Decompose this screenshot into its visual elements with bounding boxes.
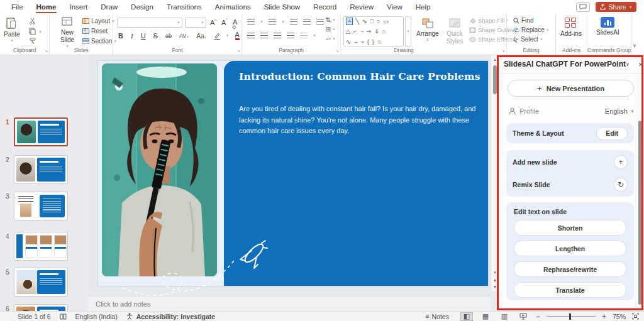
shrink-font-button[interactable]: Aˇ xyxy=(220,18,229,26)
slideshow-button[interactable] xyxy=(517,312,530,321)
zoom-out-button[interactable]: − xyxy=(536,312,540,321)
font-color-button[interactable]: A xyxy=(234,31,241,40)
reset-button[interactable]: Reset xyxy=(82,28,108,35)
menu-file[interactable]: File xyxy=(11,3,23,11)
paste-button[interactable]: Paste ∨ xyxy=(4,17,20,43)
menu-slide-show[interactable]: Slide Show xyxy=(264,3,301,11)
menu-home[interactable]: Home xyxy=(36,3,57,11)
align-right-icon[interactable] xyxy=(274,33,281,38)
menu-design[interactable]: Design xyxy=(131,3,153,11)
notes-pane[interactable]: Click to add notes xyxy=(88,296,491,311)
text-highlight-button[interactable] xyxy=(213,32,221,40)
remix-slide-button[interactable]: ↻ xyxy=(614,178,628,192)
thumbnail-slide-4[interactable] xyxy=(14,232,68,261)
textbox-shape-icon[interactable]: A xyxy=(346,18,353,25)
character-spacing-button[interactable]: AV∨ xyxy=(178,33,190,39)
drawing-launcher-icon[interactable]: ↘ xyxy=(501,48,505,53)
collapse-ribbon-icon[interactable]: ∨ xyxy=(633,43,636,48)
panel-close-icon[interactable]: × xyxy=(638,60,643,69)
slide-blue-panel[interactable]: Introduction: Common Hair Care Problems … xyxy=(224,61,488,286)
accessibility-status[interactable]: Accessibility: Investigate xyxy=(136,313,215,320)
slide-canvas[interactable]: Introduction: Common Hair Care Problems … xyxy=(98,61,488,286)
shapes-row3[interactable]: ∿ ⌢ ~ { } ☆ xyxy=(346,38,401,45)
menu-draw[interactable]: Draw xyxy=(101,3,118,11)
arrange-button[interactable]: Arrange ∨ xyxy=(416,18,439,42)
bold-button[interactable]: B xyxy=(117,32,125,40)
increase-indent-icon[interactable] xyxy=(303,19,311,24)
fit-to-window-icon[interactable] xyxy=(632,313,639,320)
thumbnail-slide-2[interactable] xyxy=(14,155,68,184)
comments-button[interactable] xyxy=(576,3,590,12)
lengthen-button[interactable]: Lengthen xyxy=(514,241,626,256)
zoom-level[interactable]: 75% xyxy=(613,313,626,320)
add-ins-button[interactable]: Add-ins xyxy=(560,18,582,37)
rephrase-button[interactable]: Rephrase/rewrite xyxy=(514,261,626,277)
share-button[interactable]: Share ∨ xyxy=(596,2,636,12)
columns-icon[interactable] xyxy=(300,33,308,38)
panel-collapse-icon[interactable]: ∨ xyxy=(626,62,630,67)
align-text-icon[interactable]: ⊞ xyxy=(326,26,331,33)
find-button[interactable]: Find xyxy=(513,17,549,24)
copy-caret-icon[interactable]: ∨ xyxy=(39,30,42,34)
bullets-icon[interactable] xyxy=(247,19,255,24)
change-case-button[interactable]: Aa∨ xyxy=(195,33,208,40)
thumbnail-row-2[interactable]: 2 xyxy=(0,155,88,187)
line-spacing-icon[interactable] xyxy=(316,19,324,24)
thumbnail-slide-5[interactable] xyxy=(14,268,68,297)
strikethrough-button[interactable]: S xyxy=(152,32,159,40)
align-center-icon[interactable] xyxy=(260,33,268,38)
format-painter-button[interactable] xyxy=(29,38,36,45)
numbering-icon[interactable] xyxy=(269,19,276,24)
thumbnail-row-4[interactable]: 4 xyxy=(0,232,88,263)
justify-icon[interactable] xyxy=(287,33,294,38)
section-button[interactable]: Section∨ xyxy=(82,38,116,45)
replace-button[interactable]: Replace∨ xyxy=(513,26,549,33)
add-slide-button[interactable]: + xyxy=(614,155,628,169)
spellcheck-icon[interactable] xyxy=(60,313,67,320)
italic-button[interactable]: I xyxy=(130,32,135,40)
reading-view-button[interactable]: ▥ xyxy=(498,312,511,321)
slidesai-button[interactable]: SlidesAI xyxy=(596,17,619,36)
select-button[interactable]: Select∨ xyxy=(513,36,549,43)
layout-button[interactable]: Layout∨ xyxy=(82,18,114,24)
text-direction-icon[interactable]: ⇅ xyxy=(326,17,331,23)
slide-body-text[interactable]: Are you tired of dealing with constant h… xyxy=(239,104,477,137)
paragraph-launcher-icon[interactable]: ↘ xyxy=(335,48,339,53)
notes-toggle-button[interactable]: ≡ Notes xyxy=(426,313,449,320)
new-slide-button[interactable]: New Slide ∨ xyxy=(55,17,80,48)
decrease-indent-icon[interactable] xyxy=(290,19,297,24)
clipboard-launcher-icon[interactable]: ↘ xyxy=(44,48,48,53)
normal-view-button[interactable]: ◧ xyxy=(460,312,473,321)
status-language[interactable]: English (India) xyxy=(75,313,118,320)
edit-theme-button[interactable]: Edit xyxy=(596,127,628,140)
thumbnail-row-1[interactable]: 1 xyxy=(0,117,88,149)
menu-insert[interactable]: Insert xyxy=(69,3,87,11)
grow-font-button[interactable]: A^ xyxy=(209,18,218,26)
font-size-combo[interactable]: ∨ xyxy=(185,18,206,28)
underline-button[interactable]: U xyxy=(140,32,147,40)
font-launcher-icon[interactable]: ↘ xyxy=(236,48,240,53)
language-dropdown[interactable]: English ∨ xyxy=(605,107,634,115)
font-name-combo[interactable]: ∨ xyxy=(117,18,182,28)
menu-view[interactable]: View xyxy=(387,3,402,11)
slide-title[interactable]: Introduction: Common Hair Care Problems xyxy=(239,70,480,82)
highlight-caret-icon[interactable]: ∨ xyxy=(226,34,229,38)
quick-styles-button[interactable]: Quick Styles xyxy=(443,18,467,45)
menu-review[interactable]: Review xyxy=(350,3,374,11)
thumbnail-row-3[interactable]: 3 xyxy=(0,192,88,223)
zoom-slider[interactable] xyxy=(547,316,596,317)
slide-photo[interactable] xyxy=(102,63,217,276)
align-left-icon[interactable] xyxy=(247,33,255,38)
menu-animations[interactable]: Animations xyxy=(215,3,251,11)
menu-transitions[interactable]: Transitions xyxy=(167,3,202,11)
menu-help[interactable]: Help xyxy=(416,3,431,11)
thumbnail-slide-3[interactable] xyxy=(14,192,68,220)
panel-scrollbar[interactable] xyxy=(638,121,641,305)
zoom-in-button[interactable]: + xyxy=(602,312,606,321)
shapes-row2[interactable]: △ ⌐ ¬ ⇒ ⇓ ⌂ xyxy=(346,28,401,35)
notes-placeholder[interactable]: Click to add notes xyxy=(96,300,150,308)
shapes-scroll-button[interactable]: ∨ xyxy=(405,16,411,46)
smartart-icon[interactable]: ▱ xyxy=(326,36,331,42)
slide-sorter-button[interactable]: ▦ xyxy=(479,312,492,321)
menu-record[interactable]: Record xyxy=(313,3,336,11)
